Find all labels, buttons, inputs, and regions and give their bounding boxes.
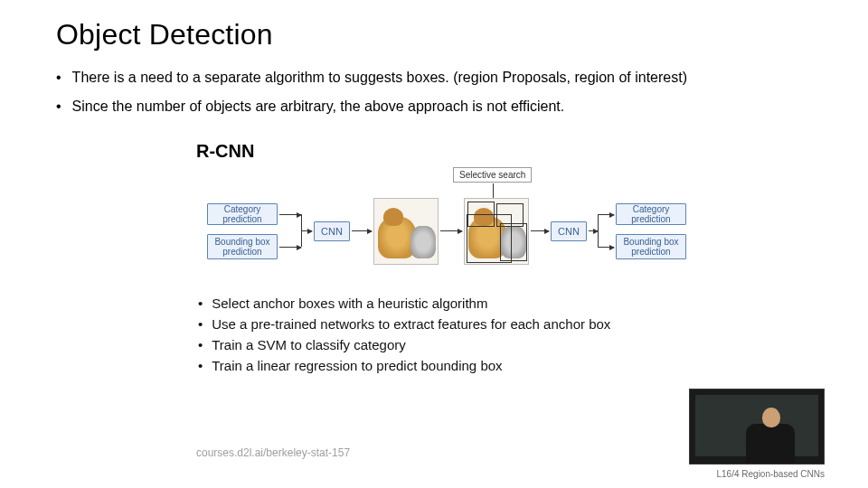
- person-body: [746, 424, 795, 465]
- box-selective-search: Selective search: [453, 167, 532, 183]
- sub-bullet-item: Use a pre-trained networks to extract fe…: [194, 316, 710, 332]
- bullet-list: There is a need to a separate algorithm …: [43, 66, 825, 117]
- connector: [493, 183, 494, 198]
- box-category-pred-left: Category prediction: [207, 203, 278, 225]
- page-title: Object Detection: [56, 18, 825, 52]
- bullet-item: Since the number of objects are arbitrar…: [56, 95, 825, 118]
- video-caption: L16/4 Region-based CNNs: [716, 469, 825, 479]
- image-input-full: [373, 198, 439, 265]
- arrow: [598, 214, 599, 247]
- subslide-footer: courses.d2l.ai/berkeley-stat-157: [196, 446, 350, 459]
- slide: Object Detection There is a need to a se…: [0, 0, 868, 488]
- sub-bullet-item: Train a SVM to classify category: [194, 337, 710, 352]
- arrow: [279, 247, 301, 248]
- lecturer-video-thumbnail: [689, 389, 825, 465]
- person-head: [762, 408, 780, 427]
- rcnn-diagram: Category prediction Bounding box predict…: [207, 165, 695, 288]
- subslide-title: R-CNN: [196, 141, 710, 162]
- arrow: [279, 214, 301, 215]
- arrow: [531, 230, 549, 231]
- arrow: [589, 230, 598, 231]
- subslide-bullets: Select anchor boxes with a heuristic alg…: [176, 296, 710, 373]
- image-input-rois: [464, 198, 529, 265]
- arrow: [440, 230, 462, 231]
- box-category-pred-right: Category prediction: [616, 203, 686, 225]
- sub-bullet-item: Select anchor boxes with a heuristic alg…: [194, 296, 710, 311]
- arrow: [352, 230, 372, 231]
- arrow: [598, 247, 614, 248]
- box-cnn-right: CNN: [551, 221, 587, 241]
- arrow: [301, 230, 312, 231]
- box-bbox-pred-left: Bounding box prediction: [207, 234, 278, 259]
- arrow: [598, 214, 614, 215]
- sub-bullet-item: Train a linear regression to predict bou…: [194, 358, 710, 373]
- embedded-slide: R-CNN Category prediction Bounding box p…: [176, 136, 710, 461]
- box-bbox-pred-right: Bounding box prediction: [616, 234, 686, 259]
- box-cnn-left: CNN: [314, 221, 350, 241]
- bullet-item: There is a need to a separate algorithm …: [56, 66, 825, 89]
